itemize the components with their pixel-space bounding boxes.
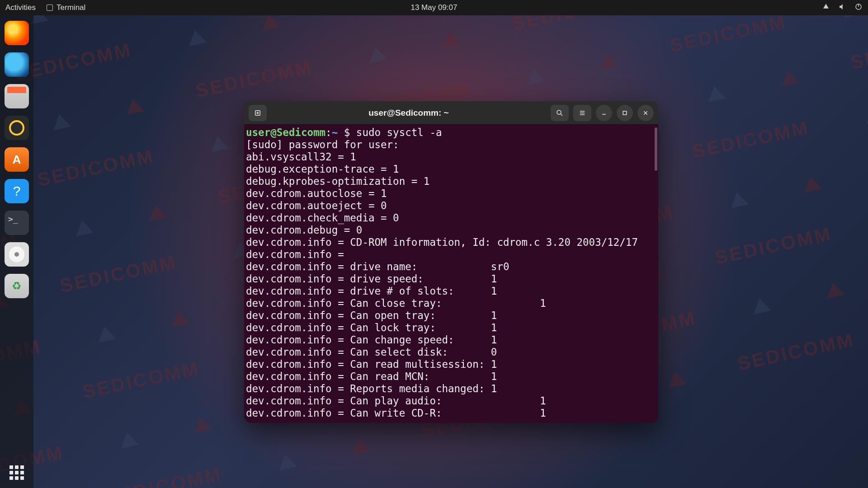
svg-point-5 [557,110,561,114]
thunderbird-icon[interactable] [5,52,29,77]
terminal-line: dev.cdrom.debug = 0 [246,224,362,236]
terminal-line: dev.cdrom.info = Can select disk: 0 [246,346,497,358]
menu-button[interactable] [573,105,591,121]
terminal-line: dev.cdrom.info = drive # of slots: 1 [246,285,497,297]
terminal-line: dev.cdrom.info = Can read multisession: … [246,358,497,370]
minimize-button[interactable] [596,105,612,121]
terminal-dock-icon[interactable] [5,211,29,235]
terminal-line: dev.cdrom.info = Can open tray: 1 [246,310,497,321]
software-icon[interactable] [5,147,29,172]
search-button[interactable] [551,105,569,121]
disc-icon[interactable] [5,242,29,267]
maximize-button[interactable] [617,105,633,121]
network-icon[interactable] [822,3,830,13]
volume-icon[interactable] [838,3,846,13]
prompt-colon: : [326,127,332,138]
terminal-titlebar[interactable]: user@Sedicomm: ~ [244,101,658,125]
trash-icon[interactable] [5,274,29,298]
terminal-window: user@Sedicomm: ~ user@Sedicomm:~ $ sudo … [244,101,658,423]
terminal-line: dev.cdrom.info = Can close tray: 1 [246,297,546,309]
terminal-line: dev.cdrom.info = Can lock tray: 1 [246,322,497,333]
terminal-line: dev.cdrom.info = drive speed: 1 [246,273,497,285]
new-tab-button[interactable] [249,105,267,121]
rhythmbox-icon[interactable] [5,116,29,140]
terminal-line: [sudo] password for user: [246,139,399,150]
terminal-line: dev.cdrom.info = Can play audio: 1 [246,395,546,407]
terminal-line: dev.cdrom.autoeject = 0 [246,200,387,211]
prompt-userhost: user@Sedicomm [246,127,326,138]
dock: ? [0,15,33,488]
terminal-line: debug.exception-trace = 1 [246,163,399,175]
terminal-line: dev.cdrom.check_media = 0 [246,212,399,224]
terminal-scrollbar[interactable] [655,127,657,171]
terminal-line: dev.cdrom.info = drive name: sr0 [246,261,509,272]
top-bar: Activities Terminal 13 May 09:07 [0,0,868,15]
clock[interactable]: 13 May 09:07 [410,3,457,12]
help-icon[interactable]: ? [5,179,29,203]
close-button[interactable] [637,105,654,121]
terminal-line: dev.cdrom.info = Can read MCN: 1 [246,371,497,382]
terminal-command: sudo sysctl -a [356,127,442,138]
terminal-line: dev.cdrom.info = [246,249,344,260]
terminal-title: user@Sedicomm: ~ [270,108,547,118]
power-icon[interactable] [854,3,863,13]
terminal-content: user@Sedicomm:~ $ sudo sysctl -a [sudo] … [246,127,655,419]
firefox-icon[interactable] [5,21,29,45]
app-indicator-label: Terminal [57,3,85,12]
svg-rect-11 [623,111,627,115]
terminal-line: dev.cdrom.info = Can change speed: 1 [246,334,497,346]
terminal-line: dev.cdrom.info = Can write CD-R: 1 [246,407,546,419]
activities-button[interactable]: Activities [5,3,36,12]
show-applications-button[interactable] [9,465,24,480]
terminal-line: debug.kprobes-optimization = 1 [246,175,429,187]
prompt-dollar: $ [344,127,350,138]
terminal-line: dev.cdrom.info = CD-ROM information, Id:… [246,236,638,248]
app-indicator[interactable]: Terminal [47,3,85,12]
terminal-line: abi.vsyscall32 = 1 [246,151,356,163]
terminal-app-icon [47,5,53,11]
svg-line-6 [561,114,562,116]
prompt-path: ~ [332,127,338,138]
terminal-line: dev.cdrom.autoclose = 1 [246,188,387,199]
terminal-line: dev.cdrom.info = Reports media changed: … [246,383,497,394]
terminal-body[interactable]: user@Sedicomm:~ $ sudo sysctl -a [sudo] … [244,125,658,423]
files-icon[interactable] [5,84,29,108]
